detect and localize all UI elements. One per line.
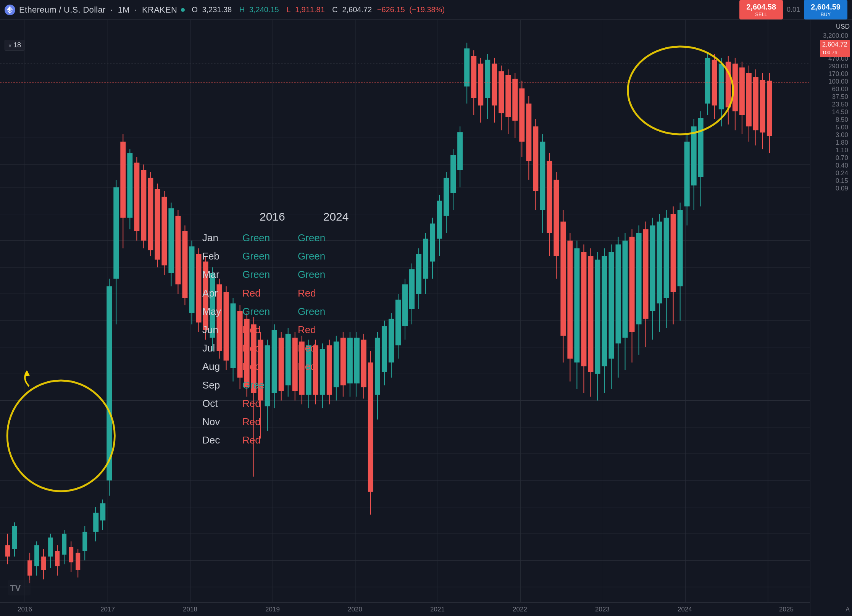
eth-icon bbox=[5, 5, 15, 15]
svg-rect-182 bbox=[519, 89, 524, 142]
chart-area: ∨ 18 bbox=[0, 20, 852, 616]
svg-rect-214 bbox=[629, 237, 635, 332]
svg-rect-174 bbox=[492, 64, 497, 106]
svg-rect-68 bbox=[127, 153, 132, 218]
jul-2024: Red bbox=[298, 340, 316, 356]
price-37-50: 37.50 bbox=[813, 93, 850, 101]
svg-rect-192 bbox=[553, 180, 559, 256]
svg-rect-210 bbox=[616, 244, 621, 343]
svg-text:TV: TV bbox=[10, 583, 21, 593]
svg-rect-58 bbox=[93, 513, 98, 532]
price-5: 5.00 bbox=[813, 124, 850, 131]
svg-rect-200 bbox=[581, 252, 586, 366]
price-290: 290.00 bbox=[813, 63, 850, 70]
svg-rect-220 bbox=[650, 226, 655, 311]
price-1-10: 1.10 bbox=[813, 147, 850, 154]
svg-rect-80 bbox=[168, 208, 174, 273]
open-label: O bbox=[192, 5, 198, 14]
change-value: −626.15 bbox=[377, 5, 405, 14]
price-3: 3.00 bbox=[813, 131, 850, 139]
month-oct: Oct bbox=[202, 395, 221, 412]
svg-rect-236 bbox=[705, 58, 710, 104]
feb-2016: Green bbox=[242, 248, 277, 264]
svg-rect-178 bbox=[505, 75, 511, 117]
spread-label: 0.01 bbox=[787, 6, 800, 14]
svg-rect-52 bbox=[69, 547, 73, 562]
svg-rect-248 bbox=[746, 73, 752, 127]
price-0-24: 0.24 bbox=[813, 169, 850, 177]
sell-button[interactable]: 2,604.58 SELL bbox=[739, 0, 783, 19]
may-2016: Green bbox=[242, 303, 277, 320]
mar-2024: Green bbox=[298, 266, 325, 283]
svg-rect-74 bbox=[148, 178, 153, 250]
high-label: H bbox=[239, 5, 245, 14]
tradingview-watermark: TV bbox=[8, 580, 31, 597]
svg-rect-154 bbox=[423, 239, 428, 279]
year-2024-header: 2024 bbox=[323, 207, 349, 226]
time-label-2023: 2023 bbox=[595, 606, 610, 613]
price-0-15: 0.15 bbox=[813, 177, 850, 185]
svg-rect-156 bbox=[430, 224, 435, 262]
buy-button[interactable]: 2,604.59 BUY bbox=[804, 0, 847, 19]
svg-rect-252 bbox=[760, 80, 765, 133]
svg-rect-240 bbox=[719, 64, 724, 110]
svg-rect-246 bbox=[739, 68, 745, 115]
may-2024: Green bbox=[298, 303, 325, 320]
price-0-09: 0.09 bbox=[813, 185, 850, 192]
svg-rect-190 bbox=[547, 161, 552, 233]
svg-rect-222 bbox=[657, 222, 662, 303]
svg-rect-250 bbox=[753, 77, 758, 131]
sep-2016: Green bbox=[242, 377, 277, 393]
svg-rect-56 bbox=[82, 532, 87, 551]
chart-main[interactable]: ∨ 18 bbox=[0, 20, 810, 616]
svg-rect-144 bbox=[389, 319, 394, 363]
month-jan: Jan bbox=[202, 229, 221, 246]
jun-2024: Red bbox=[298, 321, 316, 338]
svg-rect-180 bbox=[512, 79, 518, 121]
svg-rect-218 bbox=[643, 229, 649, 319]
close-value: 2,604.72 bbox=[342, 5, 372, 14]
svg-rect-186 bbox=[533, 126, 538, 191]
aug-2024: Red bbox=[298, 358, 316, 375]
svg-rect-70 bbox=[134, 163, 139, 231]
chart-header: Ethereum / U.S. Dollar · 1M · KRAKEN O 3… bbox=[0, 0, 852, 20]
time-label-2024: 2024 bbox=[678, 606, 692, 613]
price-0-70: 0.70 bbox=[813, 154, 850, 162]
svg-rect-36 bbox=[5, 545, 10, 556]
svg-rect-202 bbox=[588, 256, 593, 372]
svg-rect-166 bbox=[464, 48, 470, 87]
svg-rect-158 bbox=[437, 201, 442, 239]
svg-rect-184 bbox=[526, 103, 531, 161]
svg-rect-254 bbox=[767, 81, 772, 136]
month-comparison-table: 2016 2024 Jan Green Green Feb Green Gree… bbox=[202, 207, 349, 450]
svg-rect-164 bbox=[457, 132, 463, 170]
svg-rect-224 bbox=[664, 218, 669, 298]
svg-rect-176 bbox=[499, 71, 504, 113]
svg-rect-50 bbox=[62, 534, 66, 555]
svg-rect-194 bbox=[560, 222, 566, 336]
svg-rect-244 bbox=[733, 64, 738, 111]
svg-rect-170 bbox=[478, 64, 483, 106]
svg-rect-216 bbox=[636, 233, 642, 324]
svg-rect-46 bbox=[48, 537, 53, 556]
svg-rect-198 bbox=[574, 248, 579, 362]
svg-rect-226 bbox=[671, 214, 676, 292]
price-170: 170.00 bbox=[813, 70, 850, 78]
time-label-2019: 2019 bbox=[265, 606, 280, 613]
close-label: C bbox=[332, 5, 337, 14]
time-label-2022: 2022 bbox=[513, 606, 527, 613]
year-2016-header: 2016 bbox=[260, 207, 285, 226]
svg-rect-228 bbox=[678, 210, 683, 286]
high-value: 3,240.15 bbox=[249, 5, 279, 14]
svg-rect-38 bbox=[12, 526, 17, 549]
svg-rect-234 bbox=[698, 118, 704, 177]
svg-rect-150 bbox=[409, 269, 415, 309]
aug-2016: Red bbox=[242, 358, 277, 375]
scale-mode-label[interactable]: A bbox=[813, 606, 850, 613]
svg-rect-86 bbox=[189, 246, 194, 313]
apr-2016: Red bbox=[242, 285, 277, 302]
svg-rect-162 bbox=[450, 155, 456, 193]
price-3200: 3,200.00 bbox=[813, 32, 850, 40]
svg-rect-72 bbox=[141, 170, 146, 241]
low-value: 1,911.81 bbox=[295, 5, 325, 14]
